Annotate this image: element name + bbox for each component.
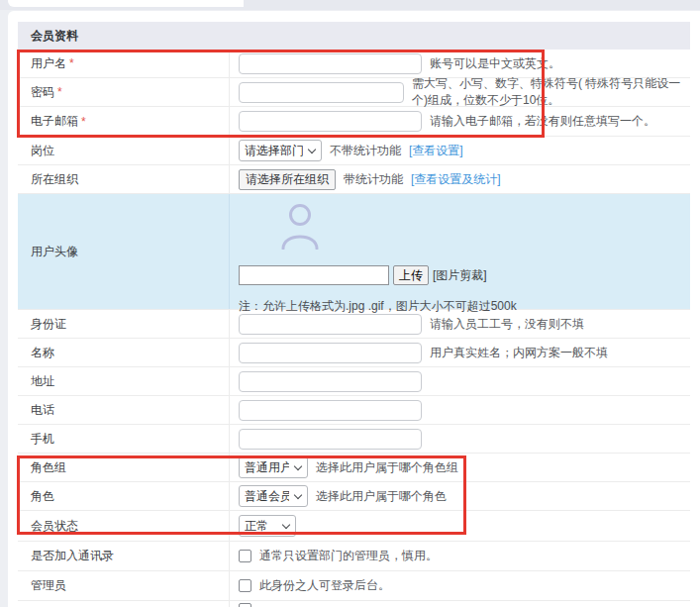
row-email: 电子邮箱* 请输入电子邮箱，若没有则任意填写一个。	[18, 107, 690, 137]
required-marker: *	[57, 85, 62, 99]
row-join-contacts: 是否加入通讯录 通常只设置部门的管理员，慎用。	[18, 542, 690, 571]
role-group-select[interactable]: 普通用户	[239, 456, 308, 478]
email-label: 电子邮箱	[31, 113, 78, 130]
username-label: 用户名	[31, 55, 66, 72]
display-name-label: 名称	[31, 345, 54, 361]
upload-button[interactable]: 上传	[393, 265, 429, 285]
email-input[interactable]	[239, 111, 422, 132]
member-info-panel: 会员资料 用户名* 账号可以是中文或英文。 密码* 需大写、小写、数字、特殊符号…	[8, 11, 700, 607]
password-hint: 需大写、小写、数字、特殊符号( 特殊符号只能设一个)组成，位数不少于10位。	[412, 75, 690, 109]
mobile-label: 手机	[31, 431, 54, 448]
row-username: 用户名* 账号可以是中文或英文。	[18, 50, 690, 78]
row-organization: 所在组织 请选择所在组织 带统计功能 [查看设置及统计]	[18, 165, 690, 194]
row-display-name: 名称 用户真实姓名；内网方案一般不填	[18, 339, 690, 367]
panel-title: 会员资料	[31, 28, 78, 45]
row-position: 岗位 请选择部门 不带统计功能 [查看设置]	[18, 137, 690, 165]
row-avatar: 用户头像 上传 [图片剪裁] 注：允许上传格式为.jpg .gif，图片大小不可…	[18, 194, 690, 310]
panel-header: 会员资料	[18, 22, 690, 50]
organization-label: 所在组织	[31, 171, 78, 188]
id-card-hint: 请输入员工工号，没有则不填	[430, 316, 584, 333]
row-admin: 管理员 此身份之人可登录后台。	[18, 571, 690, 601]
password-input[interactable]	[239, 82, 404, 103]
person-avatar-icon	[280, 203, 320, 250]
partial-checkbox[interactable]	[239, 603, 251, 607]
image-crop-link[interactable]: [图片剪裁]	[433, 267, 487, 284]
avatar-label: 用户头像	[31, 244, 78, 260]
avatar-file-input[interactable]	[239, 265, 389, 285]
position-label: 岗位	[31, 143, 54, 159]
role-group-hint: 选择此用户属于哪个角色组	[316, 459, 458, 476]
role-label: 角色	[31, 488, 54, 505]
display-name-hint: 用户真实姓名；内网方案一般不填	[430, 345, 608, 361]
display-name-input[interactable]	[239, 343, 422, 363]
required-marker: *	[81, 115, 86, 129]
row-password: 密码* 需大写、小写、数字、特殊符号( 特殊符号只能设一个)组成，位数不少于10…	[18, 78, 690, 107]
phone-label: 电话	[31, 402, 54, 419]
member-form-page: 会员资料 用户名* 账号可以是中文或英文。 密码* 需大写、小写、数字、特殊符号…	[0, 0, 700, 607]
organization-settings-link[interactable]: [查看设置及统计]	[411, 171, 501, 188]
join-contacts-label: 是否加入通讯录	[31, 548, 114, 564]
organization-hint: 带统计功能	[344, 171, 403, 188]
admin-checkbox[interactable]	[239, 579, 251, 592]
admin-label: 管理员	[31, 577, 66, 594]
address-input[interactable]	[239, 371, 422, 392]
email-hint: 请输入电子邮箱，若没有则任意填写一个。	[430, 113, 655, 130]
role-hint: 选择此用户属于哪个角色	[316, 488, 447, 505]
member-status-label: 会员状态	[31, 518, 78, 535]
row-address: 地址	[18, 367, 690, 396]
member-status-select[interactable]: 正常	[239, 515, 296, 537]
password-label: 密码	[31, 84, 54, 101]
row-id-card: 身份证 请输入员工工号，没有则不填	[18, 310, 690, 339]
phone-input[interactable]	[239, 400, 422, 421]
username-hint: 账号可以是中文或英文。	[430, 55, 560, 72]
row-phone: 电话	[18, 396, 690, 425]
role-select[interactable]: 普通会员	[239, 485, 308, 507]
position-hint: 不带统计功能	[330, 143, 401, 159]
select-organization-button[interactable]: 请选择所在组织	[239, 169, 336, 190]
admin-hint: 此身份之人可登录后台。	[259, 577, 390, 594]
member-form-table: 会员资料 用户名* 账号可以是中文或英文。 密码* 需大写、小写、数字、特殊符号…	[18, 22, 690, 607]
mobile-input[interactable]	[239, 429, 422, 450]
join-contacts-checkbox[interactable]	[239, 550, 251, 562]
address-label: 地址	[31, 373, 54, 390]
row-mobile: 手机	[18, 425, 690, 454]
position-select[interactable]: 请选择部门	[239, 140, 322, 161]
required-marker: *	[69, 56, 74, 70]
row-partial-bottom	[18, 601, 690, 607]
username-input[interactable]	[239, 53, 422, 74]
join-contacts-hint: 通常只设置部门的管理员，慎用。	[259, 548, 438, 564]
id-card-input[interactable]	[239, 314, 422, 335]
role-group-label: 角色组	[31, 459, 66, 476]
position-settings-link[interactable]: [查看设置]	[409, 143, 463, 159]
row-role: 角色 普通会员 选择此用户属于哪个角色	[18, 482, 690, 511]
previous-panel-bottom	[8, 0, 244, 7]
row-role-group: 角色组 普通用户 选择此用户属于哪个角色组	[18, 454, 690, 482]
id-card-label: 身份证	[31, 316, 66, 333]
row-member-status: 会员状态 正常	[18, 511, 690, 542]
